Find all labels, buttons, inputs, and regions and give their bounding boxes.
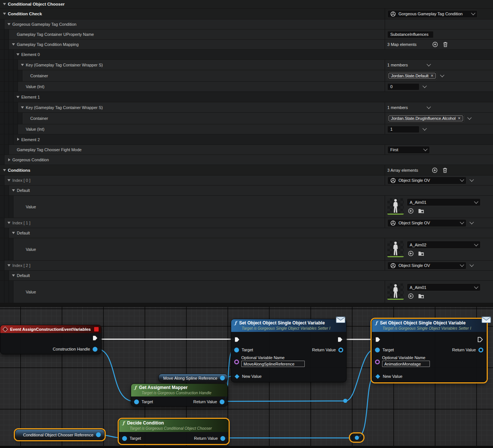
expander-arrow[interactable] <box>12 274 15 277</box>
return-value-pin[interactable] <box>220 399 224 404</box>
expander-arrow[interactable] <box>21 106 24 109</box>
target-pin[interactable] <box>122 436 127 441</box>
expander-arrow[interactable] <box>3 3 6 5</box>
expander-arrow[interactable] <box>7 23 10 25</box>
condition-check-class-dropdown[interactable]: Gorgeous Gameplay Tag Condition <box>387 10 478 18</box>
element-row-1[interactable]: Element 1 <box>0 92 493 102</box>
expander-arrow[interactable] <box>12 232 15 234</box>
browse-to-asset-button[interactable] <box>418 293 425 299</box>
exec-in-pin[interactable] <box>375 337 381 344</box>
int-value-field[interactable]: 0 <box>387 83 419 90</box>
reroute-node[interactable] <box>350 433 363 442</box>
property-row-container-1[interactable]: Container Jordan.State.DrugInfluence.Alc… <box>0 113 493 124</box>
array-index-row-2[interactable]: Index [ 2 ] Object Single OV <box>0 261 493 271</box>
wire-junction-dot[interactable] <box>343 399 347 403</box>
element-row-2[interactable]: Element 2 <box>0 134 493 145</box>
variable-output-pin[interactable] <box>220 376 225 380</box>
optional-variable-name-pin[interactable] <box>375 360 380 364</box>
add-element-button[interactable] <box>432 167 438 173</box>
property-row-key-0[interactable]: Key (Gameplay Tag Container Wrapper S) 1… <box>0 60 493 70</box>
element-row-0[interactable]: Element 0 <box>0 50 493 60</box>
blueprint-graph-canvas[interactable]: Event AssignConstructionEventVariables C… <box>0 306 493 448</box>
browse-to-asset-button[interactable] <box>418 208 425 214</box>
chevron-down-icon[interactable] <box>460 177 464 181</box>
use-selected-asset-button[interactable] <box>408 208 414 214</box>
return-value-pin[interactable] <box>338 348 343 352</box>
expander-arrow-collapsed[interactable] <box>8 158 10 161</box>
return-value-pin[interactable] <box>478 348 483 352</box>
new-value-pin[interactable] <box>235 374 239 379</box>
asset-value-row-2[interactable]: Value A_Aim01 <box>0 281 493 303</box>
node-event-assign-construction-event-variables[interactable]: Event AssignConstructionEventVariables C… <box>0 325 102 354</box>
clear-elements-button[interactable] <box>443 41 448 47</box>
category-row-conditions[interactable]: Conditions 3 Array elements <box>0 165 493 175</box>
property-row-gorgeous-condition[interactable]: Gorgeous Condition <box>0 155 493 165</box>
target-pin[interactable] <box>375 348 380 352</box>
expander-arrow[interactable] <box>3 169 6 171</box>
chevron-down-icon[interactable] <box>460 262 464 267</box>
property-row-default-1[interactable]: Default <box>0 228 493 238</box>
array-index-row-1[interactable]: Index [ 1 ] Object Single OV <box>0 218 493 228</box>
chevron-down-icon[interactable] <box>440 73 444 77</box>
target-pin[interactable] <box>234 348 239 352</box>
category-row-conditional-object-chooser[interactable]: Conditional Object Chooser <box>0 0 493 9</box>
browse-to-asset-button[interactable] <box>418 251 425 256</box>
chevron-down-icon[interactable] <box>422 126 427 130</box>
element-options-chevron-icon[interactable] <box>469 220 474 224</box>
remove-tag-icon[interactable]: × <box>431 74 433 78</box>
chevron-down-icon[interactable] <box>427 105 431 109</box>
exec-out-pin[interactable] <box>92 335 98 342</box>
chevron-down-icon[interactable] <box>460 220 464 224</box>
chevron-down-icon[interactable] <box>427 62 431 66</box>
property-row-default-0[interactable]: Default <box>0 186 493 196</box>
property-row-uproperty-name[interactable]: Gameplay Tag Container UProperty Name Su… <box>0 29 493 40</box>
chevron-down-icon[interactable] <box>422 84 427 88</box>
condition-class-dropdown[interactable]: Object Single OV <box>387 262 466 270</box>
property-row-value-int-0[interactable]: Value (Int) 0 <box>0 82 493 92</box>
exec-in-pin[interactable] <box>234 337 240 344</box>
expander-arrow[interactable] <box>3 13 6 15</box>
optional-variable-name-pin[interactable] <box>234 360 239 364</box>
construction-handle-pin[interactable] <box>93 347 97 352</box>
gameplay-tag-chip-box[interactable]: Jordan.State.DrugInfluence.Alcohol× <box>387 114 464 122</box>
gameplay-tag-chip-box[interactable]: Jordan.State.Default× <box>387 72 437 80</box>
asset-thumbnail[interactable] <box>387 198 404 215</box>
condition-class-dropdown[interactable]: Object Single OV <box>387 177 466 184</box>
optional-variable-name-field[interactable]: AnimationMonatage <box>382 361 430 367</box>
optional-variable-name-field[interactable]: MoveAlongSplineReference <box>241 361 305 367</box>
condition-class-dropdown[interactable]: Object Single OV <box>387 219 466 227</box>
property-row-container-0[interactable]: Container Jordan.State.Default× <box>0 70 493 82</box>
property-row-fight-mode[interactable]: Gameplay Tag Chooser Fight Mode First <box>0 145 493 155</box>
array-index-row-0[interactable]: Index [ 0 ] Object Single OV <box>0 175 493 186</box>
expander-arrow[interactable] <box>12 189 15 192</box>
expander-arrow[interactable] <box>16 53 19 56</box>
element-options-chevron-icon[interactable] <box>469 262 474 267</box>
asset-picker-dropdown[interactable]: A_Aim01 <box>407 283 481 291</box>
expander-arrow[interactable] <box>7 179 10 181</box>
expander-arrow[interactable] <box>12 43 15 46</box>
target-pin[interactable] <box>134 399 139 404</box>
exec-out-pin[interactable] <box>337 337 343 344</box>
reroute-pin[interactable] <box>355 436 359 440</box>
property-row-default-2[interactable]: Default <box>0 271 493 281</box>
fight-mode-dropdown[interactable]: First <box>387 146 430 154</box>
chevron-down-icon[interactable] <box>474 199 478 203</box>
variable-output-pin[interactable] <box>96 432 101 437</box>
asset-value-row-1[interactable]: Value A_Aim02 <box>0 238 493 261</box>
expander-arrow[interactable] <box>21 64 24 66</box>
property-row-key-1[interactable]: Key (Gameplay Tag Container Wrapper S) 1… <box>0 102 493 113</box>
property-row-gorgeous-gameplay-tag-condition[interactable]: Gorgeous Gameplay Tag Condition <box>0 19 493 29</box>
asset-picker-dropdown[interactable]: A_Aim02 <box>407 241 481 249</box>
uproperty-name-field[interactable]: SubstanceInfluences <box>387 31 434 38</box>
clear-elements-button[interactable] <box>442 167 448 173</box>
expander-arrow[interactable] <box>16 96 19 98</box>
node-conditional-object-chooser-reference[interactable]: Conditional Object Chooser Reference <box>15 429 105 440</box>
node-move-along-spline-reference[interactable]: Move Along Spline Reference <box>158 374 228 382</box>
asset-value-row-0[interactable]: Value A_Aim01 <box>0 196 493 218</box>
use-selected-asset-button[interactable] <box>408 293 414 299</box>
property-row-condition-mapping[interactable]: Gameplay Tag Condition Mapping 3 Map ele… <box>0 40 493 50</box>
asset-thumbnail[interactable] <box>387 283 404 300</box>
node-set-object-variable-2[interactable]: ƒSet Object Object Single Object Variabl… <box>372 319 487 382</box>
node-decide-condition[interactable]: ƒDecide Condition Target is Gorgeous Con… <box>119 419 229 444</box>
remove-tag-icon[interactable]: × <box>458 116 461 121</box>
